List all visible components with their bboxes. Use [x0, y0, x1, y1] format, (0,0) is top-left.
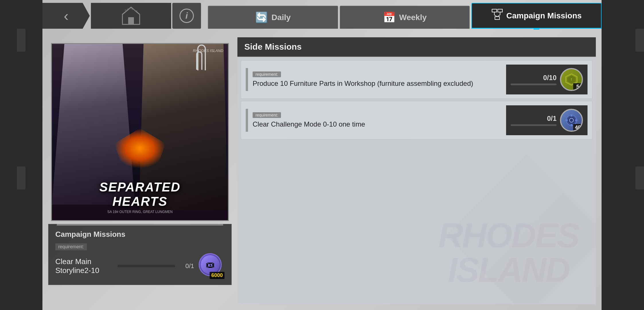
campaign-mission-section: Campaign Missions requirement: Clear Mai…: [48, 224, 232, 285]
svg-text:↑: ↑: [571, 77, 573, 82]
tab-campaign[interactable]: Campaign Missions: [471, 3, 602, 29]
info-icon: i: [179, 9, 194, 23]
side-mission-1: requirement: Produce 10 Furniture Parts …: [241, 60, 592, 99]
svg-rect-24: [571, 114, 572, 117]
svg-rect-27: [575, 119, 577, 121]
svg-rect-26: [565, 119, 568, 121]
left-notch-bottom: [17, 166, 26, 189]
home-icon: [121, 6, 141, 26]
mission-2-right: 0/1: [506, 105, 588, 135]
tab-daily-label: Daily: [272, 13, 291, 22]
side-missions-content: RHODESISLAND requirement: Produce 10 Fur…: [237, 57, 596, 304]
svg-line-3: [131, 7, 140, 14]
mission-2-content: requirement: Clear Challenge Mode 0-10 o…: [253, 112, 501, 128]
back-button[interactable]: ‹: [42, 3, 90, 29]
tab-weekly[interactable]: 📅 Weekly: [340, 6, 470, 29]
mission-1-bar: [246, 68, 248, 91]
campaign-mission-count: 0/1: [180, 262, 194, 270]
right-notch-top: [635, 29, 644, 52]
mission-1-right: 0/10 ↑ 5: [506, 65, 588, 94]
campaign-mission-reward: 6000: [199, 253, 225, 279]
mission-1-reward-count: 5: [573, 83, 582, 90]
right-panel: Side Missions RHODESISLAND requirement: …: [237, 37, 596, 304]
daily-icon: 🔄: [255, 11, 268, 24]
art-title-line2: HEARTS: [112, 194, 167, 209]
mission-1-bar-fill: [511, 84, 557, 85]
right-notch-bottom: [635, 166, 644, 189]
campaign-mission-title: Campaign Missions: [55, 230, 225, 239]
tab-navigation: 🔄 Daily 📅 Weekly Campaign Missions: [208, 3, 602, 29]
campaign-req-badge: requirement:: [55, 243, 87, 250]
svg-rect-12: [498, 9, 502, 12]
right-sidebar: [602, 0, 644, 310]
svg-rect-13: [495, 17, 499, 20]
svg-rect-11: [492, 9, 497, 12]
ri-diamond-watermark: [446, 154, 596, 304]
left-sidebar: [0, 0, 42, 310]
side-mission-2: requirement: Clear Challenge Mode 0-10 o…: [241, 101, 592, 140]
tab-daily[interactable]: 🔄 Daily: [208, 6, 338, 29]
art-title-line1: SEPARATED: [99, 180, 181, 194]
mission-2-bar-fill: [511, 124, 557, 126]
main-content: SEPARATED HEARTS SA 19# OUTER RING, GREA…: [42, 32, 602, 310]
tab-campaign-label: Campaign Missions: [506, 11, 582, 20]
art-location: SA 19# OUTER RING, GREAT LUNGMEN: [107, 210, 173, 214]
mission-2-reward-circle: 40: [560, 109, 583, 132]
mission-1-content: requirement: Produce 10 Furniture Parts …: [253, 71, 501, 88]
mission-1-desc: Produce 10 Furniture Parts in Workshop (…: [253, 80, 501, 88]
mission-2-req-badge: requirement:: [253, 112, 281, 118]
campaign-mission-desc: Clear Main Storyline2-10: [55, 257, 113, 275]
tab-weekly-label: Weekly: [399, 13, 427, 22]
mission-2-bar: [246, 109, 248, 132]
mission-2-desc: Clear Challenge Mode 0-10 one time: [253, 120, 501, 128]
campaign-reward-count: 6000: [210, 272, 225, 279]
campaign-mission-row: Clear Main Storyline2-10 0/1 6000: [55, 253, 225, 279]
left-notch-top: [17, 29, 26, 52]
ri-text-watermark: RHODESISLAND: [438, 218, 579, 287]
mission-2-reward-count: 40: [573, 124, 582, 131]
mission-1-reward-circle: ↑ 5: [560, 68, 583, 91]
mission-1-req-badge: requirement:: [253, 71, 281, 77]
weekly-icon: 📅: [383, 11, 396, 24]
mission-2-count: 0/1: [511, 115, 557, 123]
paperclip-decoration: [197, 44, 206, 70]
chevron-left-icon: ‹: [64, 9, 69, 23]
campaign-mission-progress-bar: [118, 265, 175, 267]
campaign-art-container: SEPARATED HEARTS SA 19# OUTER RING, GREA…: [51, 43, 229, 221]
mission-1-count: 0/10: [511, 74, 557, 82]
svg-rect-25: [571, 124, 572, 126]
info-button[interactable]: i: [172, 3, 201, 29]
svg-rect-1: [128, 17, 134, 24]
tape-decoration: [57, 221, 223, 226]
svg-line-2: [122, 7, 131, 14]
mission-1-progress-area: 0/10: [511, 74, 557, 85]
home-button[interactable]: [91, 3, 171, 29]
mission-2-progress-area: 0/1: [511, 115, 557, 126]
left-panel: SEPARATED HEARTS SA 19# OUTER RING, GREA…: [48, 37, 232, 304]
campaign-icon: [491, 9, 503, 23]
side-missions-header: Side Missions: [237, 37, 596, 57]
top-nav: ‹ i 🔄 Daily 📅 Weekly: [42, 0, 602, 32]
